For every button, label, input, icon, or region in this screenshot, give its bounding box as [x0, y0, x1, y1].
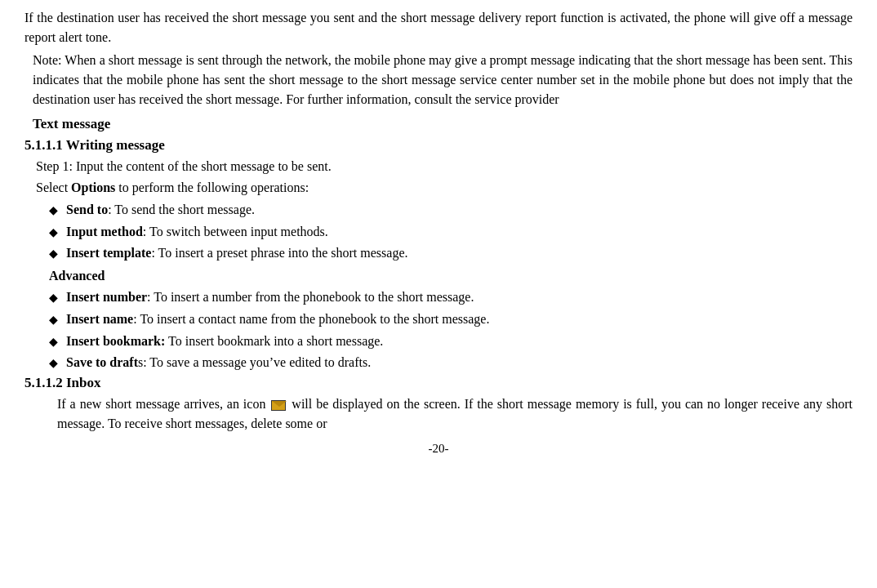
- advanced-bullet-list: ◆ Insert number: To insert a number from…: [24, 287, 853, 372]
- intro-paragraph: If the destination user has received the…: [24, 8, 853, 47]
- diamond-icon-1: ◆: [49, 202, 58, 220]
- inbox-line1-prefix: If a new short message arrives, an icon: [57, 397, 269, 411]
- inbox-paragraph: If a new short message arrives, an icon …: [24, 394, 853, 434]
- diamond-icon-6: ◆: [49, 333, 58, 351]
- bullet-insert-template: ◆ Insert template: To insert a preset ph…: [49, 243, 853, 264]
- step2-prefix: Select: [36, 180, 71, 194]
- bullet-input-method: ◆ Input method: To switch between input …: [49, 221, 853, 243]
- bullet-save-to-drafts: ◆ Save to drafts: To save a message you’…: [49, 352, 853, 373]
- page-number: -20-: [24, 442, 853, 456]
- bullet-send-to-text: Send to: To send the short message.: [66, 199, 255, 220]
- section-title-text-message: Text message: [24, 116, 853, 132]
- diamond-icon-5: ◆: [49, 311, 58, 329]
- bullet-send-to: ◆ Send to: To send the short message.: [49, 199, 853, 220]
- bullet-insert-bookmark-text: Insert bookmark: To insert bookmark into…: [66, 331, 383, 352]
- bullet-insert-template-text: Insert template: To insert a preset phra…: [66, 243, 407, 264]
- diamond-icon-7: ◆: [49, 354, 58, 372]
- step2-text: Select Options to perform the following …: [24, 178, 853, 198]
- bullet-input-method-text: Input method: To switch between input me…: [66, 221, 328, 243]
- diamond-icon-4: ◆: [49, 289, 58, 307]
- bullet-insert-bookmark: ◆ Insert bookmark: To insert bookmark in…: [49, 331, 853, 352]
- subsection-title-inbox: 5.1.1.2 Inbox: [24, 375, 853, 391]
- diamond-icon-2: ◆: [49, 224, 58, 242]
- main-bullet-list: ◆ Send to: To send the short message. ◆ …: [24, 199, 853, 264]
- bullet-insert-name: ◆ Insert name: To insert a contact name …: [49, 309, 853, 330]
- envelope-icon: [271, 400, 286, 411]
- diamond-icon-3: ◆: [49, 245, 58, 263]
- step1-text: Step 1: Input the content of the short m…: [24, 157, 853, 176]
- bullet-save-to-drafts-text: Save to drafts: To save a message you’ve…: [66, 352, 371, 373]
- options-bold: Options: [71, 180, 115, 194]
- note-paragraph: Note: When a short message is sent throu…: [24, 51, 853, 109]
- step2-suffix: to perform the following operations:: [115, 180, 309, 194]
- advanced-label: Advanced: [24, 265, 853, 287]
- bullet-insert-number: ◆ Insert number: To insert a number from…: [49, 287, 853, 308]
- subsection-title-writing-message: 5.1.1.1 Writing message: [24, 137, 853, 154]
- bullet-insert-name-text: Insert name: To insert a contact name fr…: [66, 309, 489, 330]
- bullet-insert-number-text: Insert number: To insert a number from t…: [66, 287, 474, 308]
